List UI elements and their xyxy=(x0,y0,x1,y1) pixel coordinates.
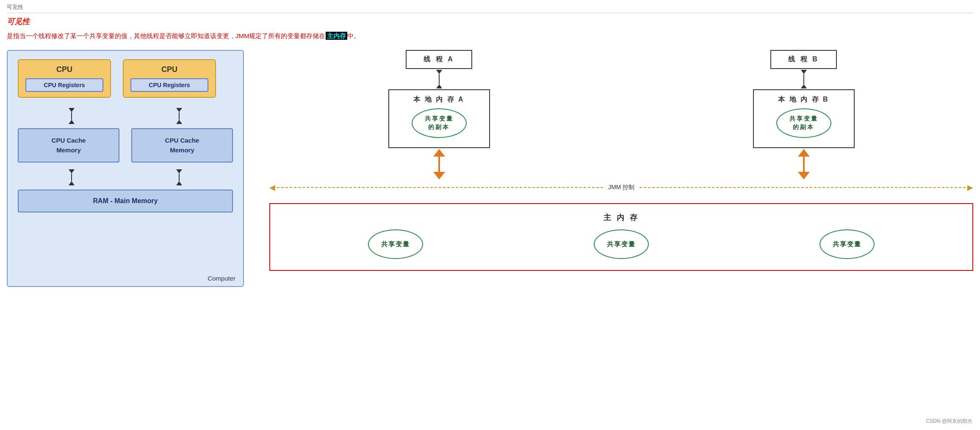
arrow-line-3 xyxy=(71,174,72,181)
main-mem-box: 主 内 存 共享变量 共享变量 共享变量 xyxy=(269,203,973,271)
arrow-thread-a-down xyxy=(436,70,442,88)
arrow-group-2 xyxy=(176,108,182,124)
intro-highlight: 主内存 xyxy=(326,32,347,40)
main-mem-ovals: 共享变量 共享变量 共享变量 xyxy=(283,229,960,259)
orange-line-b xyxy=(803,157,805,172)
arrow-down-3 xyxy=(69,169,75,174)
ram-block: RAM - Main Memory xyxy=(18,190,233,212)
shared-copy-b-text: 共享变量 的副本 xyxy=(789,115,818,131)
page-wrapper: 可见性 可见性 是指当一个线程修改了某一个共享变量的值，其他线程是否能够立即知道… xyxy=(0,0,980,430)
arrow-b-up1 xyxy=(801,84,807,88)
arrow-b-line1 xyxy=(803,74,804,84)
arrow-down-2 xyxy=(176,108,182,112)
local-mem-b-title: 本 地 内 存 B xyxy=(762,95,845,104)
arrows-to-ram xyxy=(18,169,233,185)
diagrams-row: CPU CPU Registers CPU CPU Registers xyxy=(7,50,973,287)
thread-a-box: 线 程 A xyxy=(406,50,472,69)
jmm-arrow-right: ▶ xyxy=(967,183,973,192)
jmm-arrow-left: ◀ xyxy=(269,183,275,192)
orange-arrow-b xyxy=(798,149,810,179)
arrow-a-line1 xyxy=(439,74,440,84)
page-title-bar: 可见性 xyxy=(7,3,973,13)
arrow-up-4 xyxy=(176,181,182,185)
threads-row: 线 程 A 本 地 内 存 A 共享变量 的副本 xyxy=(269,50,973,180)
orange-down-a xyxy=(433,172,445,179)
cpu-row: CPU CPU Registers CPU CPU Registers xyxy=(18,59,233,98)
right-diagram: 线 程 A 本 地 内 存 A 共享变量 的副本 xyxy=(261,50,973,271)
cpu2-cache: CPU CacheMemory xyxy=(131,128,233,163)
arrow-down-4 xyxy=(176,169,182,174)
jmm-label: JMM 控制 xyxy=(605,184,638,191)
cpu1-cache: CPU CacheMemory xyxy=(18,128,119,163)
intro-before: 是指当一个线程修改了某一个共享变量的值，其他线程是否能够立即知道该变更，JMM规… xyxy=(7,32,326,39)
arrows-from-registers xyxy=(18,108,233,124)
arrow-group-3 xyxy=(69,169,75,185)
arrow-down-1 xyxy=(69,108,75,112)
arrow-thread-b-down xyxy=(801,70,807,88)
arrow-b-down1 xyxy=(801,70,807,74)
computer-label: Computer xyxy=(208,275,235,282)
local-mem-a-title: 本 地 内 存 A xyxy=(398,95,481,104)
jmm-dots-right xyxy=(639,187,966,188)
cpu-block-1: CPU CPU Registers xyxy=(18,59,111,98)
arrow-up-1 xyxy=(69,120,75,124)
arrow-a-down1 xyxy=(436,70,442,74)
arrow-a-up1 xyxy=(436,84,442,88)
shared-copy-b-oval: 共享变量 的副本 xyxy=(776,108,831,138)
arrow-group-1 xyxy=(69,108,75,124)
shared-var-1: 共享变量 xyxy=(368,229,423,259)
jmm-control-row: ◀ JMM 控制 ▶ xyxy=(269,183,973,192)
page-title: 可见性 xyxy=(7,4,23,10)
thread-b-col: 线 程 B 本 地 内 存 B 共享变量 的副本 xyxy=(634,50,973,180)
thread-a-col: 线 程 A 本 地 内 存 A 共享变量 的副本 xyxy=(269,50,609,180)
shared-copy-a-text: 共享变量 的副本 xyxy=(425,115,454,131)
orange-up-a xyxy=(433,149,445,157)
local-mem-a-box: 本 地 内 存 A 共享变量 的副本 xyxy=(388,89,490,148)
orange-up-b xyxy=(798,149,810,157)
cpu-block-2: CPU CPU Registers xyxy=(123,59,216,98)
arrow-line-2 xyxy=(179,112,180,120)
orange-arrow-a xyxy=(433,149,445,179)
intro-after: 中。 xyxy=(347,32,360,39)
cpu2-registers: CPU Registers xyxy=(130,78,208,92)
jmm-dots-left xyxy=(277,187,603,188)
thread-b-box: 线 程 B xyxy=(770,50,836,69)
orange-down-b xyxy=(798,172,810,179)
local-mem-b-box: 本 地 内 存 B 共享变量 的副本 xyxy=(753,89,855,148)
section-title: 可见性 xyxy=(7,17,973,27)
cpu1-label: CPU xyxy=(56,65,72,74)
shared-copy-a-oval: 共享变量 的副本 xyxy=(412,108,467,138)
intro-text: 是指当一个线程修改了某一个共享变量的值，其他线程是否能够立即知道该变更，JMM规… xyxy=(7,30,973,41)
arrow-group-4 xyxy=(176,169,182,185)
watermark: CSDN @阿东的阳光 xyxy=(926,418,972,425)
arrow-line-1 xyxy=(71,112,72,120)
cache-row: CPU CacheMemory CPU CacheMemory xyxy=(18,128,233,163)
main-mem-title: 主 内 存 xyxy=(283,212,960,223)
left-diagram: CPU CPU Registers CPU CPU Registers xyxy=(7,50,244,287)
cpu1-registers: CPU Registers xyxy=(25,78,103,92)
cpu2-label: CPU xyxy=(161,65,177,74)
arrow-up-3 xyxy=(69,181,75,185)
shared-var-2: 共享变量 xyxy=(594,229,649,259)
orange-line-a xyxy=(438,157,440,172)
arrow-up-2 xyxy=(176,120,182,124)
arrow-line-4 xyxy=(179,174,180,181)
shared-var-3: 共享变量 xyxy=(819,229,875,259)
